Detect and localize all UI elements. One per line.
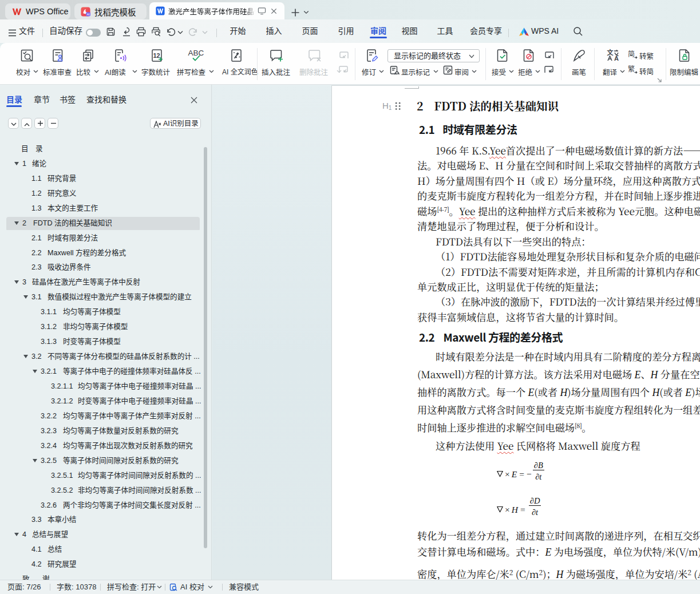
svg-text:文: 文: [607, 49, 614, 56]
svg-text:ABC: ABC: [188, 49, 204, 57]
svg-text:繁: 繁: [628, 65, 635, 73]
svg-text:AI: AI: [87, 12, 90, 15]
svg-text:12: 12: [153, 52, 160, 59]
svg-text:简: 简: [628, 50, 635, 58]
